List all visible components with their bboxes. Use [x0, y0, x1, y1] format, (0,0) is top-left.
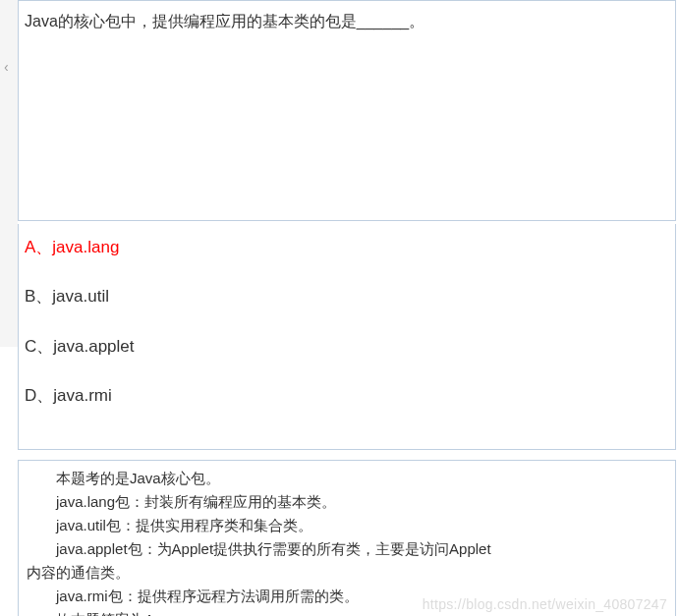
options-panel: A、java.lang B、java.util C、java.applet D、…: [18, 224, 676, 450]
question-text: Java的核心包中，提供编程应用的基本类的包是______。: [25, 11, 669, 32]
option-label: D、: [25, 386, 53, 405]
option-b[interactable]: B、java.util: [25, 287, 669, 307]
explanation-line: java.lang包：封装所有编程应用的基本类。: [27, 490, 667, 514]
explanation-panel: 本题考的是Java核心包。 java.lang包：封装所有编程应用的基本类。 j…: [18, 460, 676, 616]
option-text: java.lang: [52, 238, 119, 256]
explanation-line: java.util包：提供实用程序类和集合类。: [27, 514, 667, 537]
option-text: java.rmi: [53, 386, 112, 405]
option-a[interactable]: A、java.lang: [25, 238, 669, 257]
option-label: B、: [25, 287, 52, 306]
watermark: https://blog.csdn.net/weixin_40807247: [423, 596, 667, 612]
option-text: java.util: [52, 287, 109, 306]
collapse-arrow-icon[interactable]: ‹: [4, 59, 9, 75]
question-panel: Java的核心包中，提供编程应用的基本类的包是______。: [18, 0, 676, 221]
left-rail: ‹: [0, 0, 18, 347]
explanation-line: 本题考的是Java核心包。: [27, 467, 667, 490]
explanation-line: java.applet包：为Applet提供执行需要的所有类，主要是访问Appl…: [27, 537, 667, 561]
option-d[interactable]: D、java.rmi: [25, 386, 669, 406]
option-label: A、: [25, 238, 52, 256]
option-label: C、: [25, 337, 53, 356]
option-c[interactable]: C、java.applet: [25, 337, 669, 357]
explanation-line: 内容的通信类。: [27, 561, 667, 585]
option-text: java.applet: [53, 337, 134, 356]
